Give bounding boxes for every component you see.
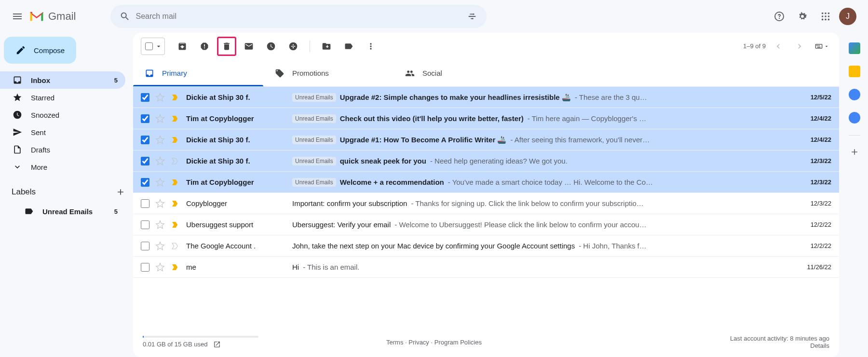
email-row[interactable]: Dickie at Ship 30 f.Unread EmailsUpgrade… [133,129,839,151]
email-row[interactable]: Dickie at Ship 30 f.Unread EmailsUpgrade… [133,87,839,108]
star-icon [13,93,22,102]
gmail-logo[interactable]: Gmail [29,10,76,23]
nav-item-inbox[interactable]: Inbox5 [0,71,125,89]
archive-button[interactable] [173,37,192,56]
privacy-link[interactable]: Privacy [408,339,429,346]
calendar-app-icon[interactable] [849,42,860,54]
email-subject: Hi [292,263,299,271]
star-icon[interactable] [155,262,165,272]
search-options-icon[interactable] [461,6,483,27]
email-checkbox[interactable] [141,263,149,272]
mark-unread-button[interactable] [239,37,258,56]
star-icon[interactable] [155,135,165,145]
add-app-button[interactable] [850,147,859,157]
nav-item-drafts[interactable]: Drafts [0,141,125,158]
email-checkbox[interactable] [141,199,149,208]
importance-marker-icon[interactable] [171,263,179,272]
search-bar [110,5,487,28]
email-row[interactable]: CopybloggerImportant: confirm your subsc… [133,193,839,214]
tasks-app-icon[interactable] [849,89,860,100]
email-row[interactable]: Ubersuggest supportUbersuggest: Verify y… [133,214,839,235]
email-snippet: - Tim here again — Copyblogger's … [528,114,646,123]
email-checkbox[interactable] [141,220,149,229]
tab-primary[interactable]: Primary [133,60,263,86]
main-menu-button[interactable] [8,7,27,26]
star-icon[interactable] [155,156,165,166]
settings-icon[interactable] [793,7,812,26]
email-label-chip: Unread Emails [292,136,336,144]
star-icon[interactable] [155,178,165,187]
email-sender: Dickie at Ship 30 f. [186,93,292,101]
email-row[interactable]: Tim at CopybloggerUnread EmailsCheck out… [133,108,839,129]
keep-app-icon[interactable] [849,66,860,77]
policies-link[interactable]: Program Policies [434,339,482,346]
email-checkbox[interactable] [141,178,149,187]
chevron-icon [13,162,22,172]
next-page-button[interactable] [791,38,808,55]
email-row[interactable]: The Google Account .John, take the next … [133,235,839,257]
email-snippet: - These are the 3 qu… [575,93,647,101]
importance-marker-icon[interactable] [171,93,179,102]
snooze-button[interactable] [261,37,281,56]
svg-point-6 [822,15,824,17]
email-date: 12/3/22 [793,178,831,186]
page-info: 1–9 of 9 [743,42,766,50]
star-icon[interactable] [155,93,165,102]
email-checkbox[interactable] [141,157,149,165]
email-snippet: - Welcome to Ubersuggest! Please click t… [394,220,646,229]
email-checkbox[interactable] [141,93,149,102]
importance-marker-icon[interactable] [171,220,179,229]
email-row[interactable]: meHi - This is an email.11/26/22 [133,257,839,278]
add-label-button[interactable] [116,187,125,197]
account-avatar[interactable]: J [839,8,856,25]
star-icon[interactable] [155,241,165,251]
email-row[interactable]: Dickie at Ship 30 f.Unread Emailsquick s… [133,151,839,172]
email-snippet: - Thanks for signing up. Click the link … [411,199,643,207]
importance-marker-icon[interactable] [171,157,179,165]
more-button[interactable] [361,37,380,56]
select-all-checkbox[interactable] [141,38,165,55]
star-icon[interactable] [155,114,165,124]
nav-item-snoozed[interactable]: Snoozed [0,106,125,124]
star-icon[interactable] [155,220,165,230]
delete-button[interactable] [217,37,236,56]
tab-icon [145,69,154,78]
apps-icon[interactable] [816,7,835,26]
svg-point-1 [469,16,471,17]
nav-item-more[interactable]: More [0,158,125,176]
add-to-tasks-button[interactable] [284,37,303,56]
storage-manage-icon[interactable] [213,341,221,348]
email-checkbox[interactable] [141,136,149,144]
tab-promotions[interactable]: Promotions [263,60,393,86]
report-spam-button[interactable] [195,37,214,56]
nav-item-starred[interactable]: Starred [0,89,125,106]
input-tools-button[interactable] [812,37,831,56]
prev-page-button[interactable] [770,38,787,55]
tab-social[interactable]: Social [393,60,524,86]
terms-link[interactable]: Terms [386,339,403,346]
move-to-button[interactable] [317,37,336,56]
importance-marker-icon[interactable] [171,136,179,144]
nav-item-sent[interactable]: Sent [0,124,125,141]
importance-marker-icon[interactable] [171,199,179,208]
svg-point-7 [825,15,827,17]
importance-marker-icon[interactable] [171,178,179,187]
compose-button[interactable]: Compose [4,37,76,64]
support-icon[interactable] [770,7,789,26]
email-label-chip: Unread Emails [292,93,336,102]
importance-marker-icon[interactable] [171,242,179,250]
importance-marker-icon[interactable] [171,114,179,123]
select-all-input[interactable] [145,42,153,50]
email-row[interactable]: Tim at CopybloggerUnread EmailsWelcome +… [133,172,839,193]
label-item[interactable]: Unread Emails5 [12,203,125,220]
email-sender: Dickie at Ship 30 f. [186,136,292,144]
contacts-app-icon[interactable] [849,112,860,124]
labels-button[interactable] [339,37,358,56]
details-link[interactable]: Details [810,342,829,349]
search-input[interactable] [136,12,461,21]
email-checkbox[interactable] [141,114,149,123]
star-icon[interactable] [155,199,165,208]
search-icon[interactable] [114,6,136,27]
email-checkbox[interactable] [141,242,149,250]
svg-point-5 [828,13,830,14]
